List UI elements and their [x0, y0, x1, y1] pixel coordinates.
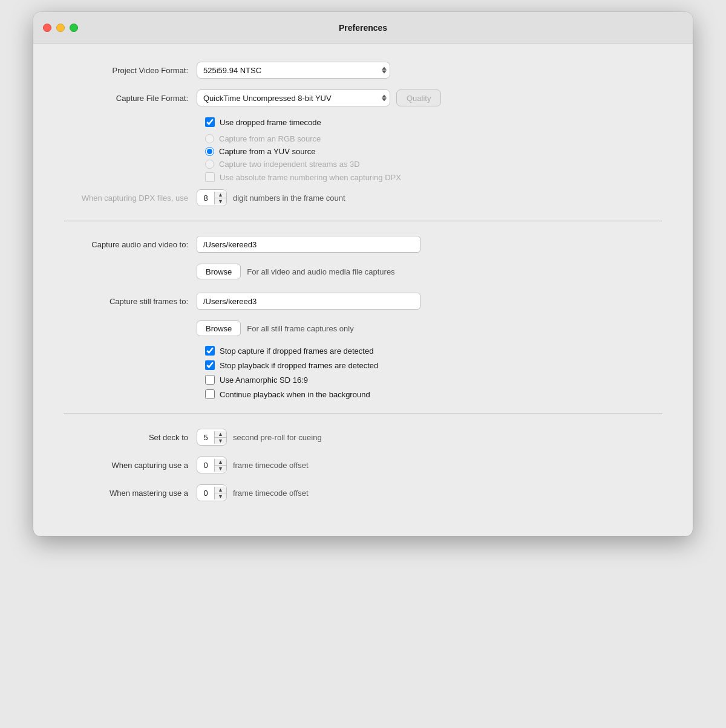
- mastering-offset-suffix: frame timecode offset: [233, 489, 309, 498]
- mastering-offset-label: When mastering use a: [64, 489, 197, 498]
- capture-audio-video-controls: [197, 236, 662, 253]
- dropped-frame-timecode-checkbox[interactable]: [205, 117, 215, 127]
- capture-still-frames-row: Capture still frames to:: [64, 293, 662, 310]
- capture-audio-video-row: Capture audio and video to:: [64, 236, 662, 253]
- set-deck-stepper: 5 ▲ ▼: [197, 429, 227, 446]
- absolute-frame-numbering-row: Use absolute frame numbering when captur…: [205, 172, 662, 182]
- capture-audio-video-caption: For all video and audio media file captu…: [247, 267, 394, 276]
- capture-file-format-label: Capture File Format:: [64, 94, 197, 103]
- capture-still-frames-path[interactable]: [197, 293, 420, 310]
- capture-still-browse-controls: Browse For all still frame captures only: [197, 320, 662, 336]
- capturing-offset-stepper-buttons: ▲ ▼: [214, 459, 226, 472]
- capture-audio-video-browse-row: Browse For all video and audio media fil…: [64, 264, 662, 279]
- mastering-offset-row: When mastering use a 0 ▲ ▼ frame timecod…: [64, 484, 662, 501]
- set-deck-suffix: second pre-roll for cueing: [233, 433, 322, 442]
- capture-two-streams-label: Capture two independent streams as 3D: [219, 160, 360, 169]
- quality-button[interactable]: Quality: [396, 89, 441, 106]
- minimize-button[interactable]: [56, 24, 65, 32]
- capture-rgb-radio[interactable]: [205, 134, 214, 143]
- capture-still-browse-button[interactable]: Browse: [197, 320, 241, 336]
- maximize-button[interactable]: [70, 24, 78, 32]
- stop-capture-dropped-label: Stop capture if dropped frames are detec…: [220, 346, 373, 356]
- capturing-offset-suffix: frame timecode offset: [233, 461, 309, 470]
- capture-audio-video-path[interactable]: [197, 236, 420, 253]
- dpx-stepper-down[interactable]: ▼: [215, 198, 226, 204]
- capture-still-caption: For all still frame captures only: [247, 324, 353, 333]
- dpx-stepper-up[interactable]: ▲: [215, 192, 226, 198]
- capture-rgb-label: Capture from an RGB source: [219, 134, 321, 143]
- preferences-window: Preferences Project Video Format: 525i59…: [33, 12, 693, 536]
- dropped-frame-timecode-row: Use dropped frame timecode: [205, 117, 662, 127]
- capturing-offset-controls: 0 ▲ ▼ frame timecode offset: [197, 457, 662, 473]
- capture-yuv-row: Capture from a YUV source: [205, 147, 662, 156]
- capture-still-frames-controls: [197, 293, 662, 310]
- divider-1: [64, 221, 662, 221]
- dpx-controls: 8 ▲ ▼ digit numbers in the frame count: [197, 189, 662, 206]
- capture-rgb-row: Capture from an RGB source: [205, 134, 662, 143]
- close-button[interactable]: [43, 24, 51, 32]
- project-video-format-controls: 525i59.94 NTSC: [197, 62, 662, 79]
- project-video-format-label: Project Video Format:: [64, 66, 197, 75]
- continue-playback-background-checkbox[interactable]: [205, 389, 215, 399]
- stop-capture-dropped-checkbox[interactable]: [205, 346, 215, 356]
- capture-two-streams-radio[interactable]: [205, 160, 214, 169]
- capture-still-browse-row: Browse For all still frame captures only: [64, 320, 662, 336]
- capturing-offset-down[interactable]: ▼: [215, 466, 226, 472]
- capture-file-format-select-wrapper: QuickTime Uncompressed 8-bit YUV: [197, 89, 390, 106]
- dpx-stepper-value: 8: [197, 193, 214, 203]
- dpx-row: When capturing DPX files, use 8 ▲ ▼ digi…: [64, 189, 662, 206]
- dropped-frame-timecode-label: Use dropped frame timecode: [220, 118, 321, 127]
- use-anamorphic-checkbox[interactable]: [205, 375, 215, 385]
- mastering-offset-stepper-buttons: ▲ ▼: [214, 487, 226, 499]
- preferences-content: Project Video Format: 525i59.94 NTSC Cap…: [33, 44, 693, 536]
- traffic-lights: [43, 24, 78, 32]
- capture-audio-video-label: Capture audio and video to:: [64, 240, 197, 249]
- absolute-frame-numbering-checkbox[interactable]: [205, 172, 215, 182]
- window-title: Preferences: [339, 23, 387, 33]
- use-anamorphic-label: Use Anamorphic SD 16:9: [220, 375, 308, 385]
- set-deck-value: 5: [197, 433, 214, 442]
- set-deck-row: Set deck to 5 ▲ ▼ second pre-roll for cu…: [64, 429, 662, 446]
- set-deck-label: Set deck to: [64, 433, 197, 442]
- mastering-offset-up[interactable]: ▲: [215, 487, 226, 493]
- project-video-format-row: Project Video Format: 525i59.94 NTSC: [64, 62, 662, 79]
- project-video-format-select-wrapper: 525i59.94 NTSC: [197, 62, 390, 79]
- capture-audio-video-browse-button[interactable]: Browse: [197, 264, 241, 279]
- project-video-format-select[interactable]: 525i59.94 NTSC: [197, 62, 390, 79]
- dpx-label: When capturing DPX files, use: [64, 193, 197, 203]
- stop-playback-dropped-row: Stop playback if dropped frames are dete…: [205, 360, 662, 370]
- dpx-stepper: 8 ▲ ▼: [197, 189, 227, 206]
- mastering-offset-value: 0: [197, 489, 214, 498]
- capture-file-format-select[interactable]: QuickTime Uncompressed 8-bit YUV: [197, 89, 390, 106]
- mastering-offset-down[interactable]: ▼: [215, 493, 226, 499]
- capture-two-streams-row: Capture two independent streams as 3D: [205, 160, 662, 169]
- set-deck-stepper-buttons: ▲ ▼: [214, 431, 226, 444]
- capturing-offset-stepper: 0 ▲ ▼: [197, 457, 227, 473]
- stop-capture-dropped-row: Stop capture if dropped frames are detec…: [205, 346, 662, 356]
- continue-playback-background-row: Continue playback when in the background: [205, 389, 662, 399]
- capturing-offset-row: When capturing use a 0 ▲ ▼ frame timecod…: [64, 457, 662, 473]
- capture-yuv-radio[interactable]: [205, 147, 214, 156]
- stop-playback-dropped-label: Stop playback if dropped frames are dete…: [220, 361, 378, 370]
- capturing-offset-value: 0: [197, 461, 214, 470]
- capture-file-format-controls: QuickTime Uncompressed 8-bit YUV Quality: [197, 89, 662, 106]
- divider-2: [64, 414, 662, 414]
- continue-playback-background-label: Continue playback when in the background: [220, 390, 370, 399]
- titlebar: Preferences: [33, 12, 693, 44]
- capture-file-format-row: Capture File Format: QuickTime Uncompres…: [64, 89, 662, 106]
- absolute-frame-numbering-label: Use absolute frame numbering when captur…: [220, 173, 401, 182]
- set-deck-down[interactable]: ▼: [215, 438, 226, 444]
- dpx-stepper-buttons: ▲ ▼: [214, 192, 226, 204]
- dpx-suffix: digit numbers in the frame count: [233, 193, 345, 203]
- set-deck-up[interactable]: ▲: [215, 431, 226, 438]
- set-deck-controls: 5 ▲ ▼ second pre-roll for cueing: [197, 429, 662, 446]
- stop-playback-dropped-checkbox[interactable]: [205, 360, 215, 370]
- capture-yuv-label: Capture from a YUV source: [219, 147, 315, 156]
- capture-audio-video-browse-controls: Browse For all video and audio media fil…: [197, 264, 662, 279]
- mastering-offset-controls: 0 ▲ ▼ frame timecode offset: [197, 484, 662, 501]
- use-anamorphic-row: Use Anamorphic SD 16:9: [205, 375, 662, 385]
- capturing-offset-up[interactable]: ▲: [215, 459, 226, 466]
- capturing-offset-label: When capturing use a: [64, 461, 197, 470]
- mastering-offset-stepper: 0 ▲ ▼: [197, 484, 227, 501]
- capture-still-frames-label: Capture still frames to:: [64, 297, 197, 306]
